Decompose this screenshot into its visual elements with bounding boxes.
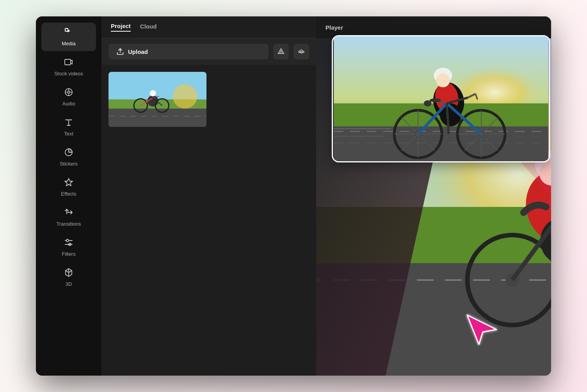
media-panel: Project Cloud Upload (101, 16, 316, 376)
audio-icon (64, 87, 73, 98)
sidebar-item-effects[interactable]: Effects (41, 173, 96, 201)
sidebar-item-effects-label: Effects (61, 191, 76, 197)
google-drive-button[interactable] (273, 44, 289, 59)
sidebar-item-text[interactable]: Text (41, 113, 96, 141)
sidebar-item-stickers-label: Stickers (60, 161, 78, 167)
preview-cyclist-svg (333, 36, 549, 161)
effects-icon (64, 178, 73, 189)
sidebar-item-text-label: Text (64, 131, 73, 137)
svg-rect-0 (65, 29, 68, 31)
dropbox-button[interactable] (294, 44, 309, 59)
transitions-icon (64, 208, 73, 219)
sidebar-item-audio[interactable]: Audio (41, 83, 96, 111)
svg-point-55 (436, 73, 450, 87)
main-content: Project Cloud Upload (101, 16, 551, 376)
preview-card (332, 35, 550, 162)
svg-point-5 (68, 91, 70, 93)
sidebar-item-transitions-label: Transitions (56, 221, 81, 227)
cyclist-thumbnail-svg (109, 72, 206, 127)
svg-rect-78 (334, 128, 391, 129)
filters-icon (64, 238, 73, 249)
media-icon (64, 27, 73, 38)
sidebar-item-stickers[interactable]: Stickers (41, 143, 96, 171)
google-drive-icon (277, 48, 285, 55)
svg-point-18 (150, 90, 156, 96)
toolbar-row: Upload (101, 38, 316, 65)
sidebar-item-audio-label: Audio (62, 101, 75, 107)
svg-marker-7 (65, 178, 73, 186)
stock-videos-icon (64, 57, 73, 68)
svg-rect-15 (109, 109, 206, 127)
sidebar-item-filters-label: Filters (62, 251, 75, 257)
svg-rect-3 (65, 59, 71, 65)
sidebar: Media Stock videos Audio (36, 16, 101, 376)
sidebar-item-transitions[interactable]: Transitions (41, 203, 96, 232)
upload-icon (116, 48, 124, 55)
sidebar-item-3d-label: 3D (66, 281, 72, 287)
player-title: Player (326, 24, 343, 31)
app-window: Media Stock videos Audio (36, 16, 551, 376)
svg-point-77 (430, 98, 441, 102)
upload-label: Upload (128, 48, 148, 55)
dropbox-icon (298, 48, 305, 55)
stickers-icon (64, 148, 73, 159)
tabs-row: Project Cloud (101, 16, 316, 38)
sidebar-item-media[interactable]: Media (41, 23, 96, 51)
upload-button[interactable]: Upload (109, 44, 269, 59)
tab-project[interactable]: Project (111, 23, 131, 32)
media-grid (101, 65, 316, 134)
player-area: Player (316, 16, 551, 376)
sidebar-item-filters[interactable]: Filters (41, 233, 96, 262)
media-thumbnail-1[interactable] (109, 72, 206, 127)
sidebar-item-3d[interactable]: 3D (41, 263, 96, 292)
svg-point-14 (173, 84, 197, 109)
sidebar-item-stock-videos-label: Stock videos (54, 71, 83, 77)
svg-rect-2 (65, 29, 68, 31)
tab-cloud[interactable]: Cloud (140, 23, 157, 31)
3d-icon (64, 268, 73, 279)
text-icon (64, 118, 73, 128)
svg-rect-79 (334, 136, 384, 136)
sidebar-item-media-label: Media (62, 41, 75, 46)
sidebar-item-stock-videos[interactable]: Stock videos (41, 53, 96, 81)
top-panel: Project Cloud Upload (101, 16, 551, 376)
